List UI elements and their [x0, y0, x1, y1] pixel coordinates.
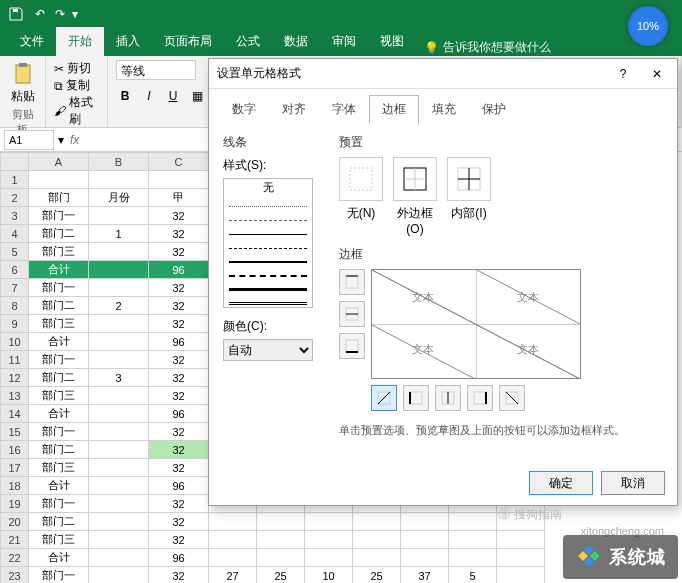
dtab-fill[interactable]: 填充	[419, 95, 469, 124]
preset-none[interactable]	[339, 157, 383, 201]
cell[interactable]	[89, 279, 149, 297]
style-medium-dash[interactable]	[229, 266, 307, 277]
tab-review[interactable]: 审阅	[320, 27, 368, 56]
col-header-B[interactable]: B	[89, 153, 149, 171]
row-header-12[interactable]: 12	[1, 369, 29, 387]
copy-button[interactable]: ⧉复制	[54, 77, 99, 94]
cell[interactable]	[89, 459, 149, 477]
row-header-23[interactable]: 23	[1, 567, 29, 584]
dtab-number[interactable]: 数字	[219, 95, 269, 124]
style-dotted[interactable]	[229, 196, 307, 207]
row-header-9[interactable]: 9	[1, 315, 29, 333]
border-top-button[interactable]	[339, 269, 365, 295]
dropdown-icon[interactable]: ▾	[58, 133, 64, 147]
cell[interactable]: 32	[149, 225, 209, 243]
cell[interactable]	[29, 171, 89, 189]
style-dashdot[interactable]	[229, 238, 307, 249]
row-header-13[interactable]: 13	[1, 387, 29, 405]
tab-data[interactable]: 数据	[272, 27, 320, 56]
cell[interactable]: 96	[149, 261, 209, 279]
style-medium[interactable]	[229, 252, 307, 263]
undo-icon[interactable]: ↶	[32, 6, 48, 22]
cell[interactable]: 32	[149, 387, 209, 405]
cell[interactable]: 部门二	[29, 297, 89, 315]
paste-button[interactable]: 粘贴	[8, 60, 37, 107]
row-header-8[interactable]: 8	[1, 297, 29, 315]
cell[interactable]	[497, 531, 545, 549]
tab-formulas[interactable]: 公式	[224, 27, 272, 56]
cell[interactable]: 10	[305, 567, 353, 584]
cell[interactable]: 32	[149, 423, 209, 441]
row-header-20[interactable]: 20	[1, 513, 29, 531]
cell[interactable]: 32	[149, 279, 209, 297]
cell[interactable]: 合计	[29, 333, 89, 351]
cell[interactable]: 32	[149, 369, 209, 387]
tab-file[interactable]: 文件	[8, 27, 56, 56]
save-icon[interactable]	[8, 6, 24, 22]
redo-icon[interactable]: ↷	[52, 6, 68, 22]
cell[interactable]: 部门二	[29, 369, 89, 387]
cell[interactable]: 37	[401, 567, 449, 584]
cell[interactable]: 月份	[89, 189, 149, 207]
col-header-C[interactable]: C	[149, 153, 209, 171]
cell[interactable]: 部门一	[29, 495, 89, 513]
cell[interactable]: 32	[149, 315, 209, 333]
cell[interactable]: 96	[149, 405, 209, 423]
underline-button[interactable]: U	[164, 87, 182, 105]
cell[interactable]	[401, 549, 449, 567]
style-thin[interactable]	[229, 224, 307, 235]
dtab-font[interactable]: 字体	[319, 95, 369, 124]
cell[interactable]: 部门三	[29, 243, 89, 261]
cell[interactable]	[89, 513, 149, 531]
cell[interactable]	[89, 261, 149, 279]
style-none[interactable]: 无	[226, 181, 310, 193]
cell[interactable]	[401, 531, 449, 549]
row-header-1[interactable]: 1	[1, 171, 29, 189]
cell[interactable]	[257, 549, 305, 567]
cell[interactable]: 96	[149, 333, 209, 351]
tell-me[interactable]: 💡告诉我你想要做什么	[424, 39, 551, 56]
col-header-A[interactable]: A	[29, 153, 89, 171]
row-header-17[interactable]: 17	[1, 459, 29, 477]
row-header-6[interactable]: 6	[1, 261, 29, 279]
cell[interactable]	[449, 513, 497, 531]
row-header-19[interactable]: 19	[1, 495, 29, 513]
cell[interactable]	[89, 207, 149, 225]
cell[interactable]	[89, 315, 149, 333]
cell[interactable]: 合计	[29, 477, 89, 495]
cell[interactable]: 5	[449, 567, 497, 584]
cell[interactable]	[305, 549, 353, 567]
cell[interactable]	[497, 549, 545, 567]
tab-home[interactable]: 开始	[56, 27, 104, 56]
cell[interactable]: 部门三	[29, 315, 89, 333]
cell[interactable]	[89, 441, 149, 459]
cell[interactable]: 32	[149, 297, 209, 315]
cell[interactable]: 96	[149, 549, 209, 567]
cell[interactable]: 合计	[29, 549, 89, 567]
cell[interactable]	[89, 333, 149, 351]
preset-inside[interactable]	[447, 157, 491, 201]
row-header-7[interactable]: 7	[1, 279, 29, 297]
line-style-listbox[interactable]: 无	[223, 178, 313, 308]
cell[interactable]	[89, 567, 149, 584]
dtab-protect[interactable]: 保护	[469, 95, 519, 124]
cell[interactable]: 部门二	[29, 513, 89, 531]
cell[interactable]: 32	[149, 207, 209, 225]
ok-button[interactable]: 确定	[529, 471, 593, 495]
style-dashed[interactable]	[229, 210, 307, 221]
row-header-3[interactable]: 3	[1, 207, 29, 225]
cell[interactable]	[89, 387, 149, 405]
border-diag-up-button[interactable]	[371, 385, 397, 411]
cell[interactable]	[305, 531, 353, 549]
cell[interactable]: 25	[257, 567, 305, 584]
cell[interactable]	[89, 405, 149, 423]
tab-insert[interactable]: 插入	[104, 27, 152, 56]
cell[interactable]: 32	[149, 243, 209, 261]
cell[interactable]: 27	[209, 567, 257, 584]
border-button[interactable]: ▦	[188, 87, 206, 105]
cancel-button[interactable]: 取消	[601, 471, 665, 495]
border-preview[interactable]: 文本 文本 文本 文本	[371, 269, 581, 379]
cell[interactable]: 1	[89, 225, 149, 243]
cell[interactable]: 部门	[29, 189, 89, 207]
cell[interactable]: 部门三	[29, 459, 89, 477]
